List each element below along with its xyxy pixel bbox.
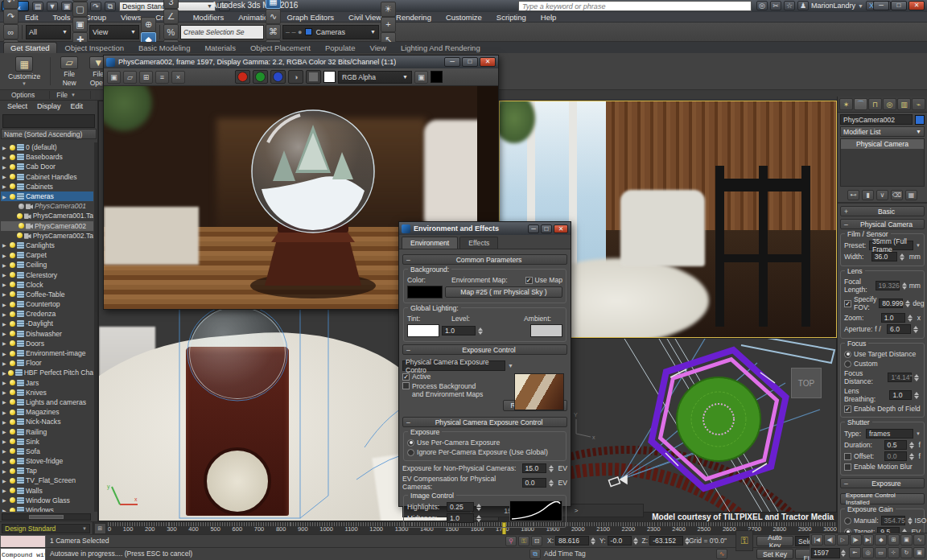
tree-row[interactable]: ▶ Floor [1,358,93,368]
expand-arrow-icon[interactable]: ▶ [2,448,8,454]
snapshot-icon[interactable]: ▣ [900,534,913,546]
manual-iso-radio[interactable] [844,517,851,525]
expand-arrow-icon[interactable]: ▶ [2,389,8,395]
current-frame-field[interactable]: 1597 [811,548,840,558]
remove-modifier-icon[interactable]: ⌫ [891,190,903,200]
clone-rendered-frame-icon[interactable]: ▱ [123,71,137,84]
orbit-icon[interactable]: ↻ [900,547,913,558]
selection-filter-dropdown[interactable]: All▼ [26,25,71,39]
visibility-bulb-icon[interactable] [10,164,15,170]
go-to-start-icon[interactable]: |◀ [811,534,823,546]
expand-arrow-icon[interactable]: ▶ [2,154,8,160]
custom-focus-radio[interactable] [844,360,851,368]
offset-checkbox[interactable] [844,453,851,460]
tree-row[interactable]: ▶ PhysCamera001 [1,201,93,211]
tree-row[interactable]: ▶ Windows [1,505,93,512]
expand-arrow-icon[interactable]: ▶ [2,311,8,317]
minimize-button[interactable]: ─ [528,224,539,233]
tree-row[interactable]: ▶ Tap [1,466,93,476]
focal-spinner[interactable] [902,282,907,290]
lens-breathing-spinner[interactable] [914,392,921,399]
red-channel-icon[interactable] [235,70,250,84]
visibility-bulb-icon[interactable] [10,183,15,189]
background-color-swatch[interactable] [323,71,336,83]
expand-arrow-icon[interactable]: ▶ [2,360,8,366]
expand-arrow-icon[interactable]: ▶ [2,459,8,464]
previous-frame-icon[interactable]: ◀| [824,534,836,546]
clear-image-icon[interactable]: × [171,71,185,84]
search-icon[interactable]: ◎ [756,1,768,10]
reference-coordinate-dropdown[interactable]: View▼ [89,25,139,39]
close-button[interactable]: ✕ [480,57,496,67]
expand-arrow-icon[interactable]: ▶ [2,370,6,376]
offset-spinner[interactable] [909,453,917,460]
environment-map-button[interactable]: Map #25 ( mr Physical Sky ) [445,286,562,298]
visibility-bulb-icon[interactable] [10,321,15,327]
ev-compensation-field[interactable]: 0.0 [522,478,546,488]
ribbon-tab[interactable]: Object Inspection [59,43,130,53]
tree-row[interactable]: ▶ Countertop [1,299,93,309]
add-icon[interactable]: + [381,17,396,32]
project-folder-icon[interactable]: ⧉ [105,2,116,11]
visibility-bulb-icon[interactable] [10,410,15,415]
tree-row[interactable]: ▶ Environment-image [1,348,93,358]
open-file-icon[interactable]: ▼ [47,2,58,11]
visibility-bulb-icon[interactable] [10,508,15,512]
auto-key-button[interactable]: Auto Key [756,536,793,546]
ribbon-tab[interactable]: View [363,43,392,53]
expand-arrow-icon[interactable]: ▶ [2,380,8,385]
visibility-bulb-icon[interactable] [10,478,15,484]
configure-modifier-sets-icon[interactable]: ▦ [905,190,917,200]
ribbon-tab[interactable]: Lighting And Rendering [394,43,487,53]
tree-row[interactable]: ▶ PhysCamera001.Target [1,211,93,220]
visibility-bulb-icon[interactable] [19,204,24,209]
alpha-channel-icon[interactable] [306,70,321,84]
active-checkbox[interactable]: ✓ [402,373,410,381]
visibility-bulb-icon[interactable] [10,360,15,366]
visibility-bulb-icon[interactable] [10,174,15,179]
clear-color-swatch[interactable] [431,71,443,83]
tree-row[interactable]: ▶ Ceiling [1,260,93,270]
tree-row[interactable]: ▶ PhysCamera002.Target [1,231,93,241]
redo-icon[interactable]: ↷ [3,9,19,24]
scene-explorer-menu-item[interactable]: Edit [67,102,88,112]
motion-tab-icon[interactable]: ◎ [883,98,896,110]
select-link-icon[interactable]: ∞ [3,24,19,39]
target-ev-field[interactable]: 9.5 [877,527,900,533]
save-image-icon[interactable]: ▣ [107,71,121,84]
ribbon-tab[interactable]: Materials [198,43,242,53]
specify-fov-checkbox[interactable]: ✓ [844,300,851,307]
duration-spinner[interactable] [909,442,917,449]
tree-row[interactable]: ▶ Cameras [1,191,93,201]
tree-row[interactable]: ▶ Sofa [1,447,93,456]
add-time-tag-icon[interactable]: ⧉ [529,549,541,559]
schematic-view-icon[interactable]: ⌘ [266,24,281,39]
key-mode-icon[interactable]: ◆ [875,534,887,546]
minimize-button[interactable]: ─ [444,57,460,67]
set-key-button[interactable]: Set Key [756,549,793,559]
physical-camera-rollout[interactable]: – Physical Camera [840,219,925,229]
modifier-stack[interactable]: Physical Camera [840,138,925,187]
width-field[interactable]: 36.0 [871,252,897,261]
tree-row[interactable]: ▶ Cabinets [1,182,93,191]
visibility-bulb-icon[interactable] [10,468,15,474]
visibility-bulb-icon[interactable] [10,272,15,278]
expand-arrow-icon[interactable]: ▶ [2,331,8,336]
visibility-bulb-icon[interactable] [10,311,15,317]
redo-scene-icon[interactable]: ↷ [90,2,101,11]
visibility-bulb-icon[interactable] [10,429,15,434]
visibility-bulb-icon[interactable] [10,194,15,200]
per-camera-exposure-radio[interactable] [407,439,414,447]
ignore-per-camera-radio[interactable] [407,449,414,456]
process-background-checkbox[interactable] [402,382,410,389]
expand-arrow-icon[interactable]: ▶ [2,282,8,287]
visibility-bulb-icon[interactable] [10,282,15,287]
basic-rollout[interactable]: + Basic [840,206,925,216]
zoom-region-icon[interactable]: ▭ [875,547,887,558]
new-scene-icon[interactable]: ▤ [32,2,43,11]
ribbon-tab[interactable]: Basic Modeling [132,43,196,53]
options-panel-label[interactable]: Options [5,91,50,99]
visibility-bulb-icon[interactable] [10,154,15,160]
visibility-bulb-icon[interactable] [10,488,15,493]
maximize-button[interactable]: □ [462,57,478,67]
